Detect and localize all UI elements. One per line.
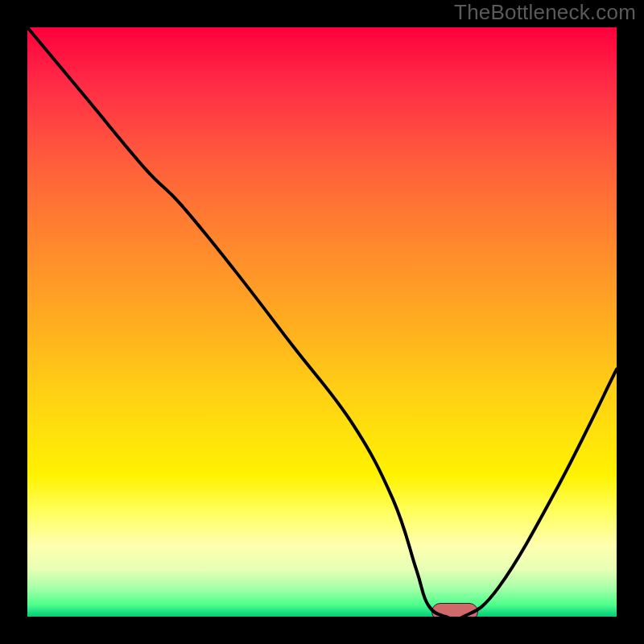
optimal-marker <box>431 603 478 617</box>
chart-canvas: TheBottleneck.com <box>0 0 644 644</box>
plot-area <box>27 27 617 617</box>
watermark-text: TheBottleneck.com <box>454 0 636 25</box>
gradient-background <box>27 27 617 617</box>
